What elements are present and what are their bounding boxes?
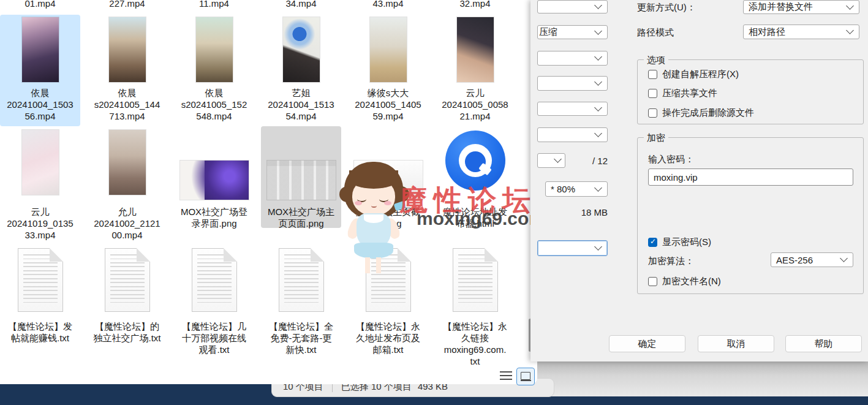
screen: 10 个项目 已选择 10 个项目 493 KB 01.mp4227.mp411… [0,0,868,405]
text-file-icon [105,248,150,312]
chevron-down-icon [594,27,602,35]
view-toggles [499,368,537,386]
document-folded-corner [485,248,498,262]
delete-source-checkbox[interactable]: 操作完成后删除源文件 [648,107,754,119]
file-name: 【魔性论坛】的独立社交广场.txt [87,320,167,344]
chevron-down-icon [594,104,602,112]
file-item[interactable]: 云儿20241005_005821.mp4 [435,15,515,126]
chevron-down-icon [846,26,854,34]
thumbnail-view-icon [521,372,530,380]
path-mode-label: 路径模式 [637,27,674,39]
chevron-down-icon [594,53,602,61]
checkbox-label: 加密文件名(N) [662,276,721,287]
file-item[interactable]: 云儿20241019_013533.mp4 [0,126,80,228]
estimated-size-text: 18 MB [553,207,608,218]
file-name: 34.mp4 [261,0,341,9]
algorithm-dropdown[interactable]: AES-256 [771,252,853,267]
ok-button[interactable]: 确定 [609,335,685,352]
file-name: 魔性论坛地址发布器.html [435,206,515,229]
file-item[interactable]: 依晨s20241005_144713.mp4 [87,15,167,126]
split-count-dropdown[interactable] [537,153,565,168]
file-item[interactable]: 【魔性论坛】几十万部视频在线观看.txt [174,245,254,371]
dropdown-value: 添加并替换文件 [749,1,813,13]
text-file-icon [18,248,63,312]
video-thumbnail [370,17,407,82]
path-mode-dropdown[interactable]: 相对路径 [743,25,859,39]
dropdown-value: AES-256 [776,255,813,265]
video-thumbnail [109,130,146,195]
archive-dropdown-5[interactable] [537,127,608,142]
file-name: 01.mp4 [0,0,80,9]
file-item[interactable]: 缘彼s大大20241005_140559.mp4 [348,15,428,126]
comment-dropdown[interactable] [537,240,608,256]
encryption-group-title: 加密 [644,132,668,144]
html-file-browser-icon [445,131,505,191]
file-item[interactable]: 依晨20241004_150356.mp4 [0,15,80,126]
archive-dropdown-2[interactable] [537,51,608,66]
file-item[interactable]: 依晨s20241005_152548.mp4 [174,15,254,126]
options-group-title: 选项 [644,55,668,66]
file-name: 依晨s20241005_144713.mp4 [87,87,167,122]
file-name: 艺姐20241004_151354.mp4 [261,87,341,122]
algorithm-label: 加密算法： [648,255,694,267]
file-name: 云儿20241019_013533.mp4 [0,206,80,241]
compress-shared-checkbox[interactable]: 压缩共享文件 [648,88,717,99]
checkbox-checked-icon [648,238,657,247]
file-item[interactable]: 【魔性论坛】发帖就能赚钱.txt [0,245,80,371]
file-item[interactable]: 【魔性论坛】永久链接moxing69.com.txt [435,245,515,371]
file-name: MOX社交广场登录界面.png [174,206,254,229]
password-input[interactable] [648,168,853,186]
file-name: 【魔性论坛】几十万部视频在线观看.txt [174,320,254,355]
archive-dropdown-1[interactable] [537,0,608,13]
details-view-icon[interactable] [500,371,512,381]
video-thumbnail [283,17,320,82]
checkbox-icon [648,89,657,98]
file-item[interactable]: 【魔性论坛】全免费-无套路-更新快.txt [261,245,341,371]
file-item[interactable]: 【魔性论坛】永久地址发布页及邮箱.txt [348,245,428,371]
split-total-text: / 12 [583,156,608,166]
text-file-icon [366,248,411,312]
compression-dialog: 压缩 / 12 * 80% 18 MB 更新方式(U)： 添加并替换 [530,0,868,361]
file-item[interactable]: MOX社交广场登录界面.png [174,126,254,228]
dropdown-value: 相对路径 [749,26,785,38]
file-item[interactable]: MOX社交广场主页页面.png [261,126,341,228]
file-name: 魔性论坛主页截图.png [348,206,428,229]
checkbox-icon [648,108,657,118]
file-name: 【魔性论坛】永久链接moxing69.com.txt [435,320,515,367]
video-thumbnail [457,17,494,82]
encrypt-filenames-checkbox[interactable]: 加密文件名(N) [648,276,721,287]
document-folded-corner [398,248,411,262]
update-mode-dropdown[interactable]: 添加并替换文件 [743,0,859,14]
file-name: 【魔性论坛】全免费-无套路-更新快.txt [261,320,341,355]
file-item[interactable]: 【魔性论坛】的独立社交广场.txt [87,245,167,371]
checkbox-label: 显示密码(S) [662,237,711,248]
document-folded-corner [50,248,63,262]
password-label: 输入密码： [648,154,694,165]
file-item[interactable]: 魔性论坛主页截图.png [348,126,428,228]
archive-dropdown-4[interactable] [537,102,608,116]
file-item[interactable]: 允儿20241002_212100.mp4 [87,126,167,228]
image-thumbnail [354,161,423,200]
cancel-button[interactable]: 取消 [698,335,774,352]
thumbnail-view-icon-line [521,380,531,381]
file-item[interactable]: 艺姐20241004_151354.mp4 [261,15,341,126]
chevron-down-icon [594,129,602,137]
text-file-icon [192,248,237,312]
checkbox-label: 操作完成后删除源文件 [662,107,754,119]
chevron-down-icon [554,155,562,163]
archive-dropdown-3[interactable] [537,76,608,91]
create-sfx-checkbox[interactable]: 创建自解压程序(X) [648,69,739,80]
file-item[interactable]: 魔性论坛地址发布器.html [435,126,515,228]
text-file-icon [279,248,324,312]
thumbnail-view-toggle[interactable] [516,368,535,385]
file-grid: 01.mp4227.mp411.mp434.mp443.mp432.mp4依晨2… [0,0,537,384]
ratio-dropdown[interactable]: * 80% [545,181,608,197]
document-folded-corner [224,248,237,262]
chevron-down-icon [594,78,602,86]
checkbox-icon [648,277,657,286]
compression-level-dropdown[interactable]: 压缩 [537,25,608,39]
help-button[interactable]: 帮助 [785,335,862,352]
chevron-down-icon [594,243,602,251]
video-thumbnail [196,17,233,82]
show-password-checkbox[interactable]: 显示密码(S) [648,237,711,248]
